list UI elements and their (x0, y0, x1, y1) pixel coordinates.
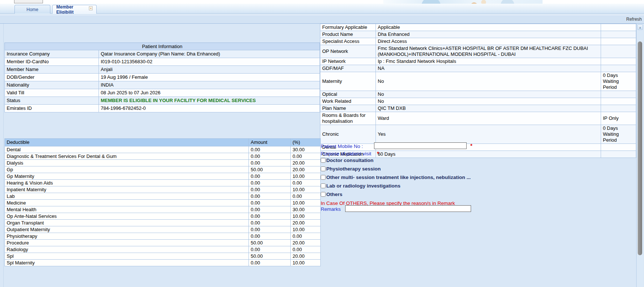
eligibility-row: GDF/MAFNA (320, 65, 636, 72)
deductible-amount: 0.00 (249, 186, 291, 193)
content-area: Patient Information Insurance CompanyQat… (0, 23, 644, 287)
eligibility-label: IP Network (320, 58, 376, 65)
eligibility-row: MaternityNo0 Days Waiting Period (320, 72, 636, 91)
refresh-link[interactable]: Refresh (626, 17, 642, 22)
deductible-row: Mental Health0.0030.00 (5, 206, 321, 213)
purpose-option-checkbox[interactable] (321, 166, 326, 171)
deductible-name: Hearing & Vision Aids (5, 180, 249, 186)
eligibility-label: OP Network (320, 45, 376, 58)
deductible-row: Outpatient Maternity0.0010.00 (5, 226, 321, 233)
eligibility-value: No (376, 72, 601, 91)
deductible-name: Gp (5, 166, 249, 173)
purpose-option-label: Other multi- session treatment like inje… (326, 175, 471, 180)
eligibility-value: Dha Enhanced (376, 31, 601, 38)
cropped-toolbar-fragment (14, 0, 43, 3)
deductible-row: Spl50.0020.00 (5, 253, 321, 260)
deductible-amount: 0.00 (249, 146, 291, 153)
purpose-option-label: Physiotherapy session (326, 166, 381, 172)
deductible-percent: 10.00 (291, 173, 321, 180)
eligibility-label: Work Related (320, 98, 376, 105)
eligibility-value: Applicable (376, 24, 601, 31)
deductible-percent: 20.00 (291, 160, 321, 166)
deductible-name: Radiology (5, 246, 249, 253)
eligibility-row: Product NameDha Enhanced (320, 31, 636, 38)
eligibility-row: Work RelatedNo (320, 98, 636, 105)
eligibility-note (601, 24, 636, 31)
remarks-input[interactable] (345, 205, 471, 212)
eligibility-note: 0 Days Waiting Period (601, 72, 636, 91)
purpose-required-asterisk: * (377, 151, 379, 156)
deductible-name: Dental (5, 146, 249, 153)
deductible-name: Procedure (5, 240, 249, 246)
deductible-row: Physiotherapy0.000.00 (5, 233, 321, 240)
deductible-name: Dialysis (5, 160, 249, 166)
eligibility-note (601, 58, 636, 65)
purpose-option-checkbox[interactable] (321, 192, 326, 197)
deductible-amount: 0.00 (249, 213, 291, 220)
deductible-amount: 0.00 (249, 200, 291, 206)
purpose-option-checkbox[interactable] (321, 175, 326, 180)
eligibility-label: Product Name (320, 31, 376, 38)
purpose-option-checkbox[interactable] (321, 183, 326, 188)
deductible-percent: 10.00 (291, 213, 321, 220)
patient-info-label: Status (5, 97, 99, 105)
patient-info-row: Member NameAnjali (5, 66, 320, 74)
deductible-percent: 20.00 (291, 166, 321, 173)
patient-info-label: DOB/Gender (5, 74, 99, 81)
eligibility-value: 60 Days (376, 151, 601, 158)
eligibility-note (601, 38, 636, 45)
eligibility-row: OpticalNo (320, 91, 636, 98)
patient-info-label: Nationality (5, 81, 99, 89)
deductible-row: Procedure50.0020.00 (5, 240, 321, 246)
patient-information-header: Patient Information (4, 43, 320, 50)
deductible-row: Dialysis0.0020.00 (5, 160, 321, 166)
patient-mobile-input[interactable] (374, 142, 467, 149)
close-icon[interactable]: × (89, 6, 93, 10)
deductible-percent: 0.00 (291, 153, 321, 160)
deductible-name: Diagnostic & Treatment Services For Dent… (5, 153, 249, 160)
eligibility-note (601, 91, 636, 98)
purpose-option-row: Lab or radiology investigations (321, 183, 400, 189)
deductible-name: Physiotherapy (5, 233, 249, 240)
member-eligibility-page: Home Member Eligibilit × Refresh Patient… (0, 0, 644, 287)
tab-home[interactable]: Home (14, 5, 50, 14)
patient-info-value: 08 Jun 2025 to 07 Jun 2026 (99, 89, 320, 97)
eligibility-label: Rooms & Boards for hospitalisation (320, 112, 376, 125)
purpose-option-label: Doctor consultation (326, 158, 374, 163)
eligibility-value: No (376, 91, 601, 98)
eligibility-row: Plan NameQIC TM DXB (320, 105, 636, 112)
deductible-amount: 0.00 (249, 180, 291, 186)
purpose-option-row: Other multi- session treatment like inje… (321, 174, 471, 180)
eligibility-label: Plan Name (320, 105, 376, 112)
patient-info-row: DOB/Gender19 Aug 1996 / Female (5, 74, 320, 81)
deductible-column-header: Deductible (5, 139, 249, 146)
patient-info-row: Emirates ID784-1996-6782452-0 (5, 105, 320, 112)
deductible-percent: 0.00 (291, 193, 321, 200)
purpose-option-checkbox[interactable] (321, 158, 326, 163)
scroll-up-icon[interactable]: ▲ (637, 24, 643, 30)
patient-info-label: Insurance Company (5, 50, 99, 58)
patient-info-label: Valid Till (5, 89, 99, 97)
top-banner (0, 0, 644, 4)
deductible-amount: 0.00 (249, 160, 291, 166)
deductible-amount: 0.00 (249, 233, 291, 240)
eligibility-row: Rooms & Boards for hospitalisationWardIP… (320, 112, 636, 125)
deductible-row: Inpatient Maternity0.0010.00 (5, 186, 321, 193)
deductible-percent: 0.00 (291, 246, 321, 253)
deductible-name: Gp Maternity (5, 173, 249, 180)
eligibility-value: QIC TM DXB (376, 105, 601, 112)
tab-member-eligibility[interactable]: Member Eligibilit × (52, 5, 97, 14)
patient-info-label: Member Name (5, 66, 99, 74)
patient-info-value: I019-010-121356830-02 (99, 58, 320, 66)
deductible-percent: 10.00 (291, 260, 321, 266)
patient-info-row: Valid Till08 Jun 2025 to 07 Jun 2026 (5, 89, 320, 97)
patient-information-table: Insurance CompanyQatar Insurance Company… (4, 50, 320, 112)
scrollbar-thumb[interactable] (638, 41, 642, 255)
amount-column-header: Amount (249, 139, 291, 146)
patient-info-row: Member ID-CardNoI019-010-121356830-02 (5, 58, 320, 66)
deductible-amount: 0.00 (249, 153, 291, 160)
deductible-percent: 20.00 (291, 220, 321, 226)
vertical-scrollbar[interactable]: ▲ (636, 24, 643, 287)
deductible-percent: 10.00 (291, 186, 321, 193)
eligibility-label: Optical (320, 91, 376, 98)
